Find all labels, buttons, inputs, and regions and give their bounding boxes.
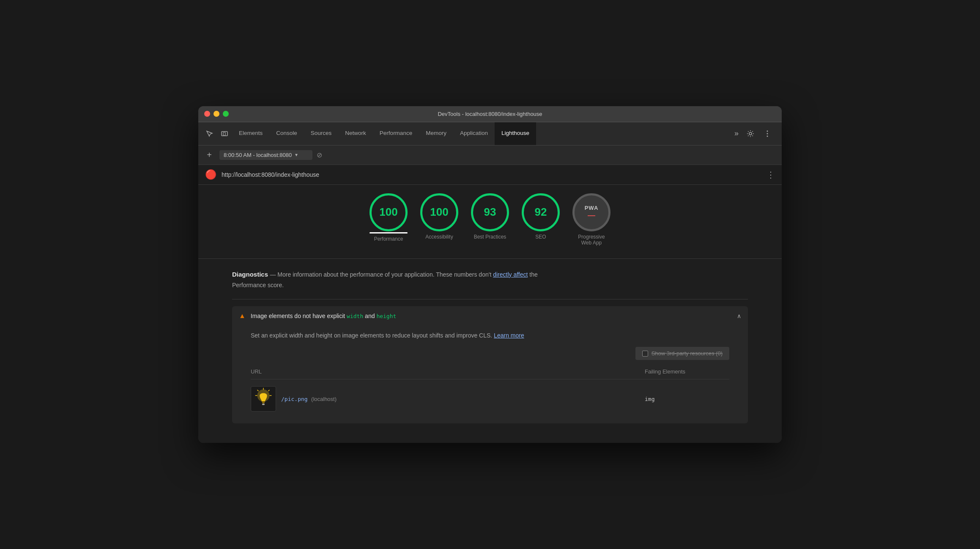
score-ring-accessibility: 100 <box>420 193 458 231</box>
maximize-button[interactable] <box>223 111 229 117</box>
svg-point-4 <box>767 133 768 134</box>
score-performance[interactable]: 100 Performance <box>370 193 408 246</box>
warning-triangle-icon: ▲ <box>239 312 246 320</box>
score-seo[interactable]: 92 SEO <box>522 193 560 246</box>
score-ring-performance: 100 <box>370 193 408 231</box>
more-options-icon[interactable] <box>760 126 775 141</box>
tab-application[interactable]: Application <box>453 122 495 145</box>
url-dropdown-icon[interactable]: ▾ <box>295 152 298 158</box>
chevron-up-icon[interactable]: ∧ <box>737 313 741 319</box>
tab-console[interactable]: Console <box>269 122 304 145</box>
tabs-bar: Elements Console Sources Network Perform… <box>198 122 782 145</box>
lighthouse-more-options[interactable]: ⋮ <box>766 170 775 180</box>
audit-item-body: Set an explicit width and height on imag… <box>232 326 748 423</box>
table-header-row: URL Failing Elements <box>251 366 729 379</box>
audit-item-image-explicit-size: ▲ Image elements do not have explicit wi… <box>232 306 748 423</box>
lighthouse-logo-icon: 🔴 <box>205 169 216 180</box>
scores-area: 100 Performance 100 Accessibility 93 Bes… <box>198 185 782 259</box>
score-label-accessibility: Accessibility <box>425 234 453 240</box>
score-underline-performance <box>370 232 408 233</box>
svg-rect-10 <box>262 404 265 405</box>
url-input-wrapper[interactable]: 8:00:50 AM - localhost:8080 ▾ <box>219 150 312 160</box>
score-value-best-practices: 93 <box>484 206 496 219</box>
score-ring-best-practices: 93 <box>471 193 509 231</box>
tab-elements[interactable]: Elements <box>232 122 269 145</box>
tabs-list: Elements Console Sources Network Perform… <box>232 122 732 145</box>
score-label-best-practices: Best Practices <box>474 234 506 240</box>
learn-more-link[interactable]: Learn more <box>494 332 524 339</box>
more-tabs-button[interactable]: » <box>732 127 741 140</box>
svg-line-13 <box>268 390 270 391</box>
no-entry-icon[interactable]: ⊘ <box>317 151 322 159</box>
url-time-text: 8:00:50 AM - localhost:8080 <box>224 152 292 158</box>
section-divider <box>232 299 748 299</box>
audit-title-text: Image elements do not have explicit widt… <box>251 313 397 319</box>
tab-network[interactable]: Network <box>338 122 373 145</box>
score-label-pwa: Progressive Web App <box>572 234 610 246</box>
window-title: DevTools - localhost:8080/index-lighthou… <box>438 111 542 117</box>
score-pwa[interactable]: PWA — Progressive Web App <box>572 193 610 246</box>
svg-point-3 <box>767 130 768 132</box>
score-accessibility[interactable]: 100 Accessibility <box>420 193 458 246</box>
device-toggle-icon[interactable] <box>217 126 232 141</box>
checkbox-icon <box>642 351 648 357</box>
url-bar: + 8:00:50 AM - localhost:8080 ▾ ⊘ <box>198 145 782 165</box>
score-label-performance: Performance <box>374 236 403 242</box>
score-best-practices[interactable]: 93 Best Practices <box>471 193 509 246</box>
audit-description-text: Set an explicit width and height on imag… <box>251 331 729 340</box>
add-tab-button[interactable]: + <box>203 149 215 161</box>
filter-row: Show 3rd-party resources (0) <box>251 347 729 360</box>
table-url-info: /pic.png (localhost) <box>281 395 337 403</box>
score-value-pwa: PWA <box>585 205 599 211</box>
diagnostics-second-line: Performance score. <box>232 282 284 288</box>
tab-sources[interactable]: Sources <box>304 122 339 145</box>
lighthouse-url-text: http://localhost:8080/index-lighthouse <box>222 171 761 178</box>
svg-point-5 <box>767 135 768 137</box>
diagnostics-description: — More information about the performance… <box>270 271 537 278</box>
main-content: Diagnostics — More information about the… <box>198 259 782 443</box>
table-header-failing: Failing Elements <box>645 368 729 375</box>
third-party-checkbox[interactable]: Show 3rd-party resources (0) <box>635 347 729 360</box>
audit-table: URL Failing Elements <box>251 366 729 415</box>
tab-performance[interactable]: Performance <box>373 122 419 145</box>
image-thumbnail <box>251 386 276 412</box>
url-link[interactable]: /pic.png <box>281 396 308 402</box>
table-url-cell: /pic.png (localhost) <box>251 386 645 412</box>
diagnostics-link[interactable]: directly affect <box>493 271 528 278</box>
lighthouse-header: 🔴 http://localhost:8080/index-lighthouse… <box>198 165 782 185</box>
table-failing-cell: img <box>645 396 729 402</box>
inspect-icon[interactable] <box>202 126 217 141</box>
traffic-lights <box>204 111 229 117</box>
audit-header-left: ▲ Image elements do not have explicit wi… <box>239 312 396 320</box>
audit-item-header[interactable]: ▲ Image elements do not have explicit wi… <box>232 306 748 326</box>
settings-icon[interactable] <box>743 126 758 141</box>
score-ring-pwa: PWA — <box>572 193 610 231</box>
score-value-seo: 92 <box>535 206 547 219</box>
svg-line-12 <box>257 390 259 391</box>
diagnostics-section: Diagnostics — More information about the… <box>232 269 748 291</box>
score-value-accessibility: 100 <box>430 206 448 219</box>
lightbulb-image <box>253 387 274 411</box>
third-party-label: Show 3rd-party resources (0) <box>652 350 723 357</box>
tab-memory[interactable]: Memory <box>419 122 453 145</box>
diagnostics-title: Diagnostics <box>232 271 268 278</box>
close-button[interactable] <box>204 111 210 117</box>
url-host-text: (localhost) <box>311 396 337 402</box>
table-header-url: URL <box>251 368 645 375</box>
pwa-dash: — <box>585 211 599 220</box>
minimize-button[interactable] <box>214 111 219 117</box>
table-row: /pic.png (localhost) img <box>251 383 729 415</box>
score-label-seo: SEO <box>535 234 546 240</box>
svg-point-2 <box>749 132 752 135</box>
score-ring-seo: 92 <box>522 193 560 231</box>
tab-lighthouse[interactable]: Lighthouse <box>495 122 536 145</box>
score-value-performance: 100 <box>379 206 397 219</box>
devtools-window: DevTools - localhost:8080/index-lighthou… <box>198 106 782 443</box>
tabs-bar-right: » <box>732 126 778 141</box>
svg-rect-1 <box>223 132 225 135</box>
title-bar: DevTools - localhost:8080/index-lighthou… <box>198 106 782 122</box>
